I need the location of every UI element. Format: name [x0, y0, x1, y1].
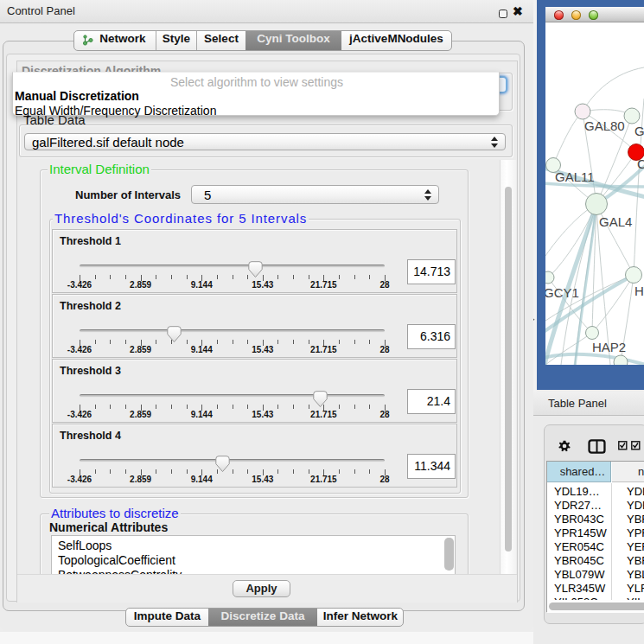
svg-text:GCY1: GCY1 [545, 285, 579, 300]
svg-text:HAP2: HAP2 [592, 340, 626, 354]
svg-text:GAL4: GAL4 [599, 214, 632, 229]
svg-text:GAL80: GAL80 [584, 118, 625, 133]
svg-text:GAL11: GAL11 [555, 169, 595, 184]
svg-text:HIS4: HIS4 [634, 284, 644, 298]
svg-text:CD: CD [637, 156, 644, 171]
svg-text:GAL: GAL [634, 124, 644, 138]
